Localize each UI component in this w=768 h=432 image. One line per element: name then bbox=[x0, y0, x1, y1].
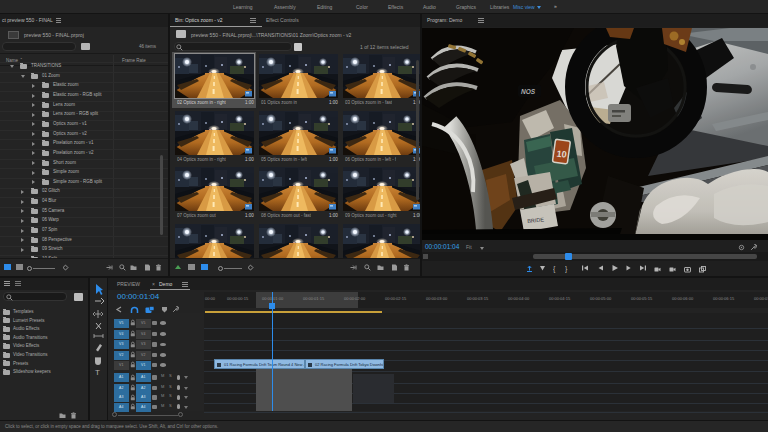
svg-text:{: { bbox=[553, 265, 556, 273]
svg-text:}: } bbox=[565, 265, 568, 273]
svg-text:T: T bbox=[95, 368, 100, 377]
